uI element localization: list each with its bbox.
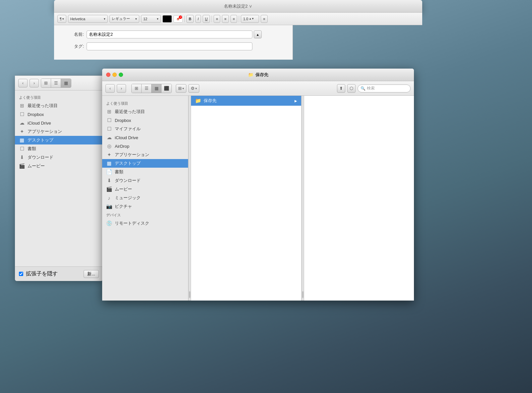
search-box[interactable]: 🔍 検索 — [358, 84, 411, 92]
arrange-btn[interactable]: ⊞ ▾ — [176, 84, 186, 93]
sidebar-label-icloud: iCloud Drive — [115, 135, 138, 140]
finder-forward-btn[interactable]: › — [117, 84, 126, 93]
list-btn[interactable]: ≡ — [261, 15, 267, 23]
sidebar-item-airdrop[interactable]: ◎ AirDrop — [102, 142, 188, 150]
coverflow-view-btn[interactable]: ⬛ — [162, 84, 171, 93]
paragraph-btn[interactable]: ¶ ▾ — [57, 15, 66, 23]
left-sidebar-label-downloads: ダウンロード — [28, 154, 53, 160]
left-sidebar-item-dropbox[interactable]: ☐ Dropbox — [15, 110, 103, 119]
align-right-btn[interactable]: ≡ — [231, 15, 237, 23]
sidebar-item-desktop[interactable]: ▦ デスクトップ — [102, 159, 188, 168]
tag-input[interactable] — [87, 42, 252, 50]
toolbar-sep3 — [239, 16, 239, 22]
strikethrough-btn[interactable]: a ✕ — [173, 15, 183, 23]
sidebar-label-music: ミュージック — [115, 195, 141, 201]
sidebar-item-icloud[interactable]: ☁ iCloud Drive — [102, 133, 188, 142]
documents-sidebar-icon: 📄 — [106, 169, 112, 175]
sidebar-label-applications: アプリケーション — [115, 152, 149, 158]
tag-btn[interactable]: ⬡ — [347, 84, 356, 93]
left-sidebar-label-applications: アプリケーション — [28, 129, 62, 135]
sidebar-item-documents[interactable]: 📄 書類 — [102, 168, 188, 176]
left-sidebar-label-recent: 最近使った項目 — [28, 103, 58, 109]
left-sidebar-item-recent[interactable]: ⊞ 最近使った項目 — [15, 101, 103, 110]
left-sidebar-item-movies[interactable]: 🎬 ムービー — [15, 162, 103, 170]
column-scroll-divider2 — [301, 96, 304, 301]
main-file-column: 📁 保存先 ▶ — [191, 96, 301, 301]
size-selector[interactable]: 12 ▾ — [141, 15, 161, 23]
font-selector[interactable]: Helvetica ▾ — [68, 15, 108, 23]
scroll-handle1 — [189, 291, 190, 298]
finder-sidebar: よく使う項目 ⊞ 最近使った項目 ☐ Dropbox ☐ マイファイル ☁ iC… — [102, 96, 188, 301]
left-forward-btn[interactable]: › — [30, 79, 39, 87]
sidebar-item-music[interactable]: ♪ ミュージック — [102, 194, 188, 202]
applications-icon: ✦ — [19, 129, 25, 135]
folder-icon: 📁 — [248, 72, 253, 77]
left-list-view[interactable]: ☰ — [51, 79, 61, 87]
name-arrow-btn[interactable]: ▲ — [254, 30, 262, 38]
textedit-window-title: 名称未設定2 ∨ — [224, 3, 253, 9]
italic-btn[interactable]: I — [195, 15, 201, 23]
sidebar-item-applications[interactable]: ✦ アプリケーション — [102, 150, 188, 159]
downloads-sidebar-icon: ⬇ — [106, 178, 112, 184]
sidebar-label-airdrop: AirDrop — [115, 144, 129, 149]
recent-icon: ⊞ — [19, 103, 25, 109]
close-btn[interactable] — [106, 73, 110, 77]
left-sidebar-item-desktop[interactable]: ▦ デスクトップ — [15, 136, 103, 144]
finder-back-btn[interactable]: ‹ — [105, 84, 115, 93]
sidebar-label-pictures: ピクチャ — [115, 203, 132, 209]
left-sidebar-item-applications[interactable]: ✦ アプリケーション — [15, 127, 103, 136]
myfiles-sidebar-icon: ☐ — [106, 126, 112, 132]
movies-sidebar-icon: 🎬 — [106, 186, 112, 192]
pictures-sidebar-icon: 📷 — [106, 203, 112, 209]
new-btn[interactable]: 新... — [84, 270, 99, 278]
finder-content: よく使う項目 ⊞ 最近使った項目 ☐ Dropbox ☐ マイファイル ☁ iC… — [102, 96, 414, 301]
share-btn[interactable]: ⬆ — [337, 84, 345, 93]
sidebar-section-favorites: よく使う項目 — [102, 99, 188, 107]
left-sidebar-item-documents[interactable]: ☐ 書類 — [15, 144, 103, 153]
hide-extension-checkbox[interactable] — [19, 272, 23, 276]
list-view-btn[interactable]: ☰ — [142, 84, 152, 93]
icon-view-btn[interactable]: ⊞ — [132, 84, 142, 93]
left-nav-bar: ‹ › ⊞ ☰ ▦ — [15, 76, 103, 90]
maximize-btn[interactable] — [119, 73, 123, 77]
left-sidebar-item-downloads[interactable]: ⬇ ダウンロード — [15, 153, 103, 162]
sidebar-item-movies[interactable]: 🎬 ムービー — [102, 185, 188, 194]
bold-btn[interactable]: B — [186, 15, 194, 23]
documents-icon: ☐ — [19, 146, 25, 152]
column-view-btn[interactable]: ▦ — [152, 84, 162, 93]
left-column-view[interactable]: ▦ — [61, 79, 71, 87]
icloud-icon: ☁ — [19, 120, 25, 126]
name-input[interactable] — [87, 30, 252, 38]
sidebar-item-myfiles[interactable]: ☐ マイファイル — [102, 125, 188, 133]
column-item-label-saveto: 保存先 — [204, 98, 217, 104]
sidebar-label-desktop: デスクトップ — [115, 160, 141, 166]
sidebar-item-pictures[interactable]: 📷 ピクチャ — [102, 202, 188, 211]
left-bottom-bar: 拡張子を隠す 新... — [15, 266, 103, 281]
sidebar-item-downloads[interactable]: ⬇ ダウンロード — [102, 176, 188, 185]
left-sidebar-label-dropbox: Dropbox — [28, 112, 44, 117]
sidebar-item-recent[interactable]: ⊞ 最近使った項目 — [102, 107, 188, 116]
music-sidebar-icon: ♪ — [106, 195, 112, 201]
column-item-saveto[interactable]: 📁 保存先 ▶ — [191, 96, 301, 106]
left-sidebar-item-icloud[interactable]: ☁ iCloud Drive — [15, 119, 103, 127]
actions-btn[interactable]: ⚙ ▾ — [188, 84, 199, 93]
style-selector[interactable]: レギュラー ▾ — [109, 15, 139, 23]
downloads-icon: ⬇ — [19, 154, 25, 160]
align-left-btn[interactable]: ≡ — [214, 15, 220, 23]
sidebar-label-myfiles: マイファイル — [115, 126, 141, 132]
minimize-btn[interactable] — [112, 73, 117, 77]
align-center-btn[interactable]: ≡ — [222, 15, 229, 23]
color-picker[interactable] — [163, 15, 172, 23]
sidebar-item-dropbox[interactable]: ☐ Dropbox — [102, 116, 188, 125]
sidebar-item-remote-disk[interactable]: 💿 リモートディスク — [102, 219, 188, 228]
line-spacing-btn[interactable]: 1.0 ▲▼ — [241, 15, 259, 23]
left-back-btn[interactable]: ‹ — [18, 79, 28, 87]
toolbar-sep2 — [212, 16, 212, 22]
left-icon-view[interactable]: ⊞ — [41, 79, 51, 87]
underline-btn[interactable]: U — [203, 15, 210, 23]
icloud-sidebar-icon: ☁ — [106, 135, 112, 140]
sidebar-label-downloads: ダウンロード — [115, 178, 141, 184]
airdrop-sidebar-icon: ◎ — [106, 143, 112, 149]
finder-window-title: 📁 保存先 — [248, 72, 268, 78]
name-label: 名前: — [64, 31, 84, 37]
